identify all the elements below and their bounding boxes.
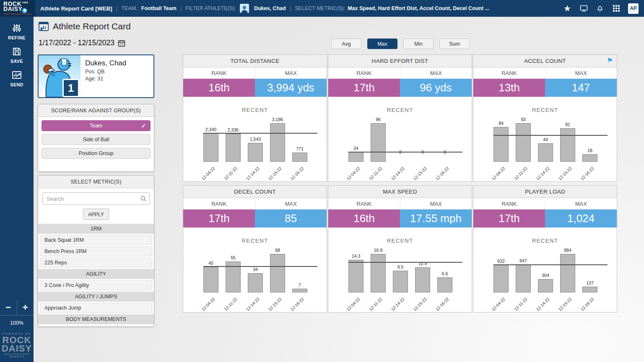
send-button[interactable]: SEND <box>10 70 23 87</box>
refine-sliders-icon <box>12 23 22 33</box>
athlete-avatar[interactable] <box>240 4 249 13</box>
recent-chart: 249600012-04-2212-11-2212-14-2212-15-221… <box>328 117 472 189</box>
date-label: 12-15-22 <box>558 166 573 181</box>
chart-bar <box>270 254 285 292</box>
chart-bar <box>203 267 218 292</box>
recent-label: RECENT <box>473 107 617 113</box>
group-option-position-group[interactable]: Position Group <box>42 148 151 159</box>
group-option-side-of-ball[interactable]: Side of Ball <box>42 134 151 145</box>
metric-item-back-squat-1rm[interactable]: Back Squat 1RM <box>40 235 152 245</box>
recent-chart: 14.316.89.510.96.612-04-2212-11-2212-14-… <box>328 248 472 319</box>
metric-category-agility: AGILITY <box>38 269 154 279</box>
date-label: 12-11-22 <box>513 166 528 181</box>
apply-button[interactable]: APPLY <box>83 209 109 220</box>
group-panel: SCORE/RANK AGAINST GROUP(S) Team✓Side of… <box>38 104 154 172</box>
notifications-icon[interactable] <box>595 4 605 13</box>
card-title-text: DECEL COUNT <box>234 189 276 195</box>
favorite-icon[interactable]: ★ <box>563 4 572 13</box>
search-icon <box>140 195 147 204</box>
chart-bar <box>371 123 386 162</box>
date-label: 12-11-22 <box>513 297 528 312</box>
max-value: 147 <box>545 79 617 97</box>
date-label: 12-16-22 <box>435 166 450 181</box>
metric-item-3-cone-pro-agility[interactable]: 3 Cone / Pro Agility <box>40 280 152 290</box>
bar-value-label: 7 <box>287 282 312 287</box>
metric-card-max-speed: MAX SPEEDRANKMAX16th17.55 mphRECENT14.31… <box>328 185 472 313</box>
date-label: 12-04-22 <box>346 297 361 312</box>
rank-column-label: RANK <box>473 198 545 209</box>
select-metrics-value[interactable]: Max Speed, Hard Effort Dist, Accel Count… <box>348 5 489 11</box>
metric-item-225-reps[interactable]: 225 Reps <box>40 258 152 268</box>
athlete-card[interactable]: 1 Dukes, Chad Pos: QB Age: 31 <box>38 54 154 98</box>
powered-by-logo[interactable]: POWERED BY ROCK DAISY ANALYTICS & DATA P… <box>0 330 34 362</box>
date-label: 12-15-22 <box>267 166 283 181</box>
calendar-icon <box>117 39 126 47</box>
rank-value: 17th <box>473 209 545 228</box>
date-label: 12-16-22 <box>290 166 305 181</box>
team-value[interactable]: Football Team <box>141 5 177 11</box>
group-panel-title: SCORE/RANK AGAINST GROUP(S) <box>38 104 154 117</box>
bar-value-label: 81 <box>555 122 580 127</box>
metric-item-approach-jump[interactable]: Approach Jump <box>40 303 152 313</box>
metric-card-total-distance: TOTAL DISTANCERANKMAX16th3,994 ydsRECENT… <box>183 54 327 182</box>
chart-bar <box>493 127 509 162</box>
chart-bar <box>248 273 263 292</box>
max-column-label: MAX <box>400 67 472 78</box>
filter-athlete-value[interactable]: Dukes, Chad <box>254 5 286 11</box>
card-title-text: PLAYER LOAD <box>525 189 565 195</box>
zoom-out-button[interactable]: − <box>0 300 17 315</box>
metric-search-input[interactable] <box>42 192 150 205</box>
agg-button-sum[interactable]: Sum <box>439 39 470 49</box>
max-column-label: MAX <box>255 67 327 78</box>
page-title: Athlete Report Card <box>53 21 131 31</box>
zoom-in-button[interactable]: + <box>17 300 34 315</box>
user-avatar-badge[interactable]: AP <box>628 3 639 14</box>
group-option-team[interactable]: Team✓ <box>42 120 151 131</box>
chart-bar <box>560 254 575 292</box>
jersey-number-badge: 1 <box>62 79 79 97</box>
chart-bar <box>538 279 553 292</box>
agg-button-max[interactable]: Max <box>367 39 397 49</box>
card-title: HARD EFFORT DIST <box>328 55 472 67</box>
date-label: 12-15-22 <box>413 166 428 181</box>
bar-value-label: 3,186 <box>265 117 290 122</box>
rockdaisy-logo[interactable]: ROCKAMS DAISY✽ Athlete Management System <box>0 0 35 17</box>
flag-icon[interactable]: ⚑ <box>607 57 613 65</box>
apps-grid-icon[interactable] <box>612 4 621 13</box>
date-range-picker[interactable]: 1/17/2022 - 12/15/2023 <box>39 39 126 47</box>
save-button[interactable]: SAVE <box>10 47 23 64</box>
card-title-text: HARD EFFORT DIST <box>372 58 428 64</box>
chart-bar <box>203 133 218 162</box>
bar-value-label: 6.6 <box>432 271 457 276</box>
average-line <box>203 266 317 267</box>
refine-button[interactable]: REFINE <box>8 23 26 40</box>
bar-value-label: 18 <box>577 148 602 153</box>
average-line <box>203 133 317 134</box>
date-label: 12-14-22 <box>535 166 551 181</box>
bar-value-label: 14.3 <box>343 253 369 259</box>
bar-value-label: 34 <box>243 267 268 272</box>
save-floppy-icon <box>12 47 22 57</box>
average-line <box>493 264 608 265</box>
agg-button-avg[interactable]: Avg <box>331 39 361 49</box>
bar-value-label: 24 <box>343 146 369 151</box>
rank-column-label: RANK <box>183 67 255 78</box>
presentation-icon[interactable] <box>579 4 588 13</box>
chart-bar <box>292 153 307 162</box>
bar-value-label: 771 <box>287 146 312 151</box>
date-label: 12-15-22 <box>267 297 283 312</box>
chart-bar <box>348 260 364 292</box>
average-line <box>348 152 462 153</box>
bar-value-label: 304 <box>533 273 558 278</box>
recent-chart: 45553468712-04-2212-11-2212-14-2212-15-2… <box>183 248 327 319</box>
date-label: 12-11-22 <box>223 166 238 181</box>
bar-value-label: 44 <box>533 137 558 142</box>
agg-button-min[interactable]: Min <box>403 39 434 49</box>
metric-panel: SELECT METRIC(S) APPLY 1RMBack Squat 1RM… <box>38 175 154 327</box>
metric-item-bench-press-1rm[interactable]: Bench Press 1RM <box>40 246 152 256</box>
zoom-level: 100% <box>0 320 34 326</box>
card-title: DECEL COUNT <box>183 186 327 198</box>
metric-card-accel-count: ACCEL COUNT⚑RANKMAX13th147RECENT84934481… <box>473 54 617 182</box>
chart-bar <box>292 289 307 292</box>
report-card-icon <box>39 22 49 31</box>
